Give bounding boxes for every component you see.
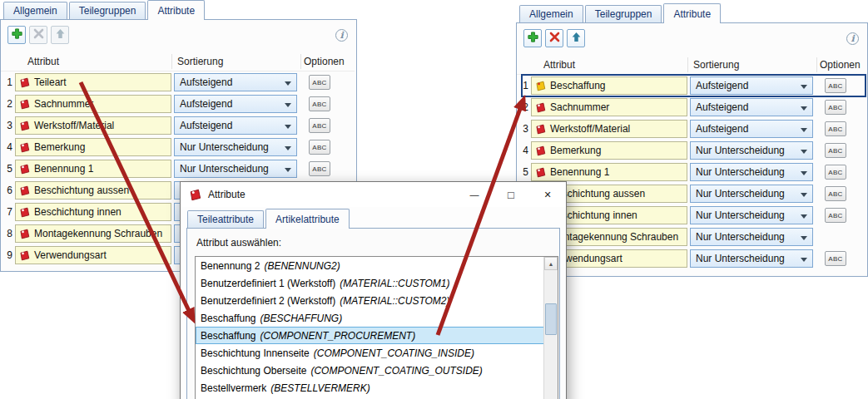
list-item[interactable]: Benutzerdefiniert 2 (Werkstoff) (MATERIA… <box>196 292 558 309</box>
tab-attribute[interactable]: Attribute <box>663 3 721 23</box>
move-up-button[interactable] <box>51 26 69 44</box>
attribute-tag-icon <box>19 250 30 261</box>
abc-options-button[interactable]: ABC <box>825 143 846 158</box>
abc-options-button[interactable]: ABC <box>825 78 846 93</box>
abc-options-button[interactable]: ABC <box>825 100 846 115</box>
attribute-name: Beschichtung aussen <box>34 185 129 196</box>
sortierung-dropdown[interactable]: Nur Unterscheidung <box>690 163 813 181</box>
row-number: 2 <box>1 93 12 115</box>
tab-teilegruppen[interactable]: Teilegruppen <box>585 5 662 22</box>
attribute-option-code: (COMPONENT_COATING_INSIDE) <box>314 347 474 359</box>
attribute-cell[interactable]: Werkstoff/Material <box>15 116 171 135</box>
minimize-button[interactable]: — <box>456 182 493 207</box>
list-item[interactable]: Beschichtung Oberseite (COMPONENT_COATIN… <box>196 362 558 379</box>
header-divider <box>300 54 301 69</box>
sortierung-dropdown[interactable]: Aufsteigend <box>174 95 297 113</box>
table-row: 3 Werkstoff/Material Aufsteigend ABC <box>517 118 867 140</box>
sortierung-dropdown[interactable]: Nur Unterscheidung <box>174 138 297 156</box>
attribute-cell[interactable]: Benennung 1 <box>531 163 687 181</box>
abc-options-button[interactable]: ABC <box>309 96 330 111</box>
attribute-name: Montagekennung Schrauben <box>34 228 162 239</box>
sortierung-dropdown[interactable]: Aufsteigend <box>174 73 297 91</box>
attribute-cell[interactable]: Beschichtung aussen <box>15 181 171 200</box>
attribute-cell[interactable]: Teileart <box>15 73 171 91</box>
add-attribute-button[interactable] <box>523 29 542 47</box>
attribute-cell[interactable]: Beschaffung <box>531 76 687 95</box>
attribute-tag-icon <box>19 99 30 110</box>
dialog-attribute-icon <box>189 189 201 201</box>
sortierung-dropdown[interactable]: Aufsteigend <box>690 98 813 116</box>
abc-options-button[interactable]: ABC <box>825 186 846 201</box>
tab-artikelattribute[interactable]: Artikelattribute <box>265 209 350 229</box>
tab-allgemein[interactable]: Allgemein <box>3 2 67 19</box>
attribute-name: Montagekennung Schrauben <box>550 231 678 243</box>
attribute-option-code: (BESTELLVERMERK) <box>270 382 370 394</box>
attribute-cell[interactable]: Sachnummer <box>15 95 171 113</box>
sortierung-dropdown[interactable]: Nur Unterscheidung <box>690 141 813 160</box>
dialog-page: Attribut auswählen: Benennung 2 (BENENNU… <box>186 228 560 399</box>
list-item[interactable]: Beschaffung (COMPONENT_PROCUREMENT) <box>196 327 558 344</box>
sortierung-dropdown[interactable]: Nur Unterscheidung <box>690 206 813 224</box>
tab-allgemein[interactable]: Allgemein <box>519 5 583 22</box>
tab-attribute[interactable]: Attribute <box>147 0 205 20</box>
attribute-cell[interactable]: Bemerkung <box>15 138 171 156</box>
abc-options-button[interactable]: ABC <box>825 251 846 266</box>
row-number: 1 <box>1 71 12 93</box>
attribute-cell[interactable]: Bemerkung <box>531 141 687 160</box>
header-sortierung: Sortierung <box>693 55 739 75</box>
sortierung-dropdown[interactable]: Nur Unterscheidung <box>690 249 813 268</box>
attribute-name: Teileart <box>34 76 67 88</box>
sortierung-dropdown[interactable]: Aufsteigend <box>690 120 813 138</box>
scroll-up-button[interactable]: ▲ <box>544 257 558 270</box>
attribute-tag-icon <box>535 102 546 113</box>
close-button[interactable]: ✕ <box>529 182 566 207</box>
window-controls: — □ ✕ <box>456 182 566 207</box>
sortierung-dropdown[interactable]: Nur Unterscheidung <box>174 160 297 178</box>
sortierung-dropdown[interactable]: Aufsteigend <box>174 116 297 135</box>
abc-options-button[interactable]: ABC <box>825 208 846 223</box>
move-up-button[interactable] <box>567 29 585 47</box>
abc-options-button[interactable]: ABC <box>309 75 330 90</box>
header-sortierung: Sortierung <box>177 52 223 71</box>
list-item[interactable]: Benutzerdefiniert 1 (Werkstoff) (MATERIA… <box>196 274 558 292</box>
left-toolbar <box>7 26 69 44</box>
row-number: 4 <box>1 136 12 158</box>
scrollbar-thumb[interactable] <box>545 303 557 335</box>
abc-options-button[interactable]: ABC <box>825 121 846 136</box>
attribute-cell[interactable]: Benennung 1 <box>15 160 171 178</box>
list-item[interactable]: Bestellvermerk (BESTELLVERMERK) <box>196 379 558 397</box>
info-icon[interactable]: i <box>335 29 348 42</box>
sortierung-dropdown[interactable]: Nur Unterscheidung <box>690 185 813 203</box>
sortierung-dropdown[interactable]: Aufsteigend <box>690 76 813 95</box>
abc-options-button[interactable]: ABC <box>309 161 330 176</box>
vertical-scrollbar[interactable]: ▲ <box>543 257 558 399</box>
attribute-cell[interactable]: Werkstoff/Material <box>531 120 687 138</box>
attribute-tag-icon <box>19 142 30 153</box>
attribute-tag-icon <box>19 207 30 218</box>
table-row: 2 Sachnummer Aufsteigend ABC <box>517 96 867 118</box>
right-panel-tabs: Allgemein Teilegruppen Attribute <box>519 3 722 23</box>
attribute-option-name: Benutzerdefiniert 2 (Werkstoff) <box>201 295 335 307</box>
tab-teileattribute[interactable]: Teileattribute <box>187 210 264 228</box>
add-attribute-button[interactable] <box>7 26 26 44</box>
dialog-titlebar[interactable]: Attribute — □ ✕ <box>181 182 566 207</box>
delete-attribute-button[interactable] <box>29 26 47 44</box>
attribute-option-code: (BENENNUNG2) <box>264 260 340 272</box>
row-number: 5 <box>1 158 12 180</box>
list-item[interactable]: Beschaffung (BESCHAFFUNG) <box>196 309 558 327</box>
list-item[interactable]: Beschichtung Innenseite (COMPONENT_COATI… <box>196 344 558 362</box>
abc-options-button[interactable]: ABC <box>825 165 846 180</box>
attribute-cell[interactable]: Sachnummer <box>531 98 687 116</box>
info-icon[interactable]: i <box>846 32 859 45</box>
tab-teilegruppen[interactable]: Teilegruppen <box>69 2 146 19</box>
attribute-cell[interactable]: Verwendungsart <box>15 246 171 264</box>
abc-options-button[interactable]: ABC <box>309 118 330 133</box>
sortierung-dropdown[interactable]: Nur Unterscheidung <box>690 228 813 246</box>
delete-attribute-button[interactable] <box>545 29 563 47</box>
list-item[interactable]: Benennung 2 (BENENNUNG2) <box>196 257 558 274</box>
abc-options-button[interactable]: ABC <box>309 140 330 155</box>
chevron-down-icon <box>801 258 807 262</box>
maximize-button[interactable]: □ <box>493 182 529 207</box>
attribute-cell[interactable]: Montagekennung Schrauben <box>15 224 171 243</box>
attribute-cell[interactable]: Beschichtung innen <box>15 203 171 221</box>
